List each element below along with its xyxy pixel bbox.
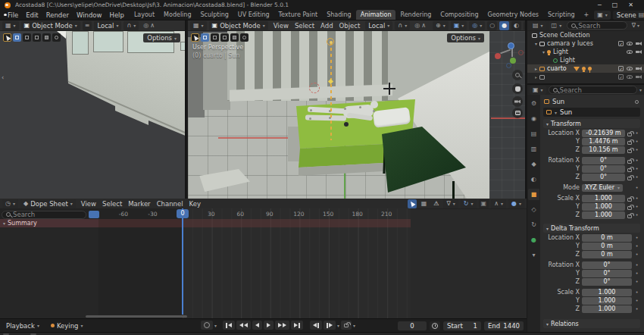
frame-range-toggle-button[interactable]	[89, 211, 99, 218]
value-field[interactable]: 0°	[582, 174, 625, 181]
outliner-row-clipped[interactable]: ✓	[527, 73, 644, 81]
animate-dot-icon[interactable]: •	[634, 204, 639, 210]
select-mode-subtract-button[interactable]	[33, 33, 41, 42]
tab-output[interactable]: ▤	[528, 128, 539, 139]
value-field[interactable]: 1.000	[582, 203, 625, 211]
value-field[interactable]: 10.156 m	[582, 146, 625, 154]
lock-icon[interactable]	[627, 206, 632, 210]
shading-material-button[interactable]: ◐	[511, 21, 521, 30]
use-preview-range-button[interactable]	[430, 321, 440, 330]
workspace-tab[interactable]: Scripting	[543, 10, 580, 20]
proportional-edit-button[interactable]: ◎∧	[412, 21, 428, 30]
expand-icon[interactable]	[535, 40, 537, 47]
lock-icon[interactable]	[627, 168, 632, 172]
animate-dot-icon[interactable]: •	[634, 235, 639, 241]
filter-button[interactable]: ∇▾	[630, 21, 642, 30]
orientation-dropdown[interactable]: Local	[94, 21, 121, 30]
select-mode-extend-button[interactable]	[23, 33, 31, 42]
dopesheet-menu-item[interactable]: Select	[99, 200, 125, 208]
gizmo-neg-x-axis[interactable]	[518, 50, 524, 55]
lock-icon[interactable]	[627, 149, 632, 153]
perspective-toggle-button[interactable]	[512, 108, 523, 118]
workspace-tab[interactable]: Shading	[322, 10, 356, 20]
gizmo-neg-z-axis[interactable]	[506, 63, 511, 68]
animate-dot-icon[interactable]: •	[634, 243, 639, 249]
viewport-menu-item[interactable]: Select	[292, 22, 317, 30]
value-field[interactable]: -0.21639 m	[582, 130, 625, 137]
playback-sync-button[interactable]	[341, 321, 352, 330]
close-button[interactable]: ✕	[628, 2, 633, 8]
transform-row[interactable]: Y 1.000 •	[542, 202, 642, 211]
viewport-menu-item[interactable]: Add	[317, 22, 336, 30]
transform-row[interactable]: Rotation X 0° •	[542, 156, 642, 164]
delta-row[interactable]: Y 1.000 •	[542, 296, 642, 305]
dopesheet-menu-item[interactable]: Marker	[125, 200, 153, 208]
editor-type-button[interactable]: ▦	[190, 21, 207, 30]
select-mode-intersect-button[interactable]	[52, 33, 61, 42]
snapping-dropdown[interactable]: ▣	[451, 21, 467, 30]
header-options-icon[interactable]: ▾	[639, 87, 642, 92]
gizmo-x-axis[interactable]	[495, 53, 501, 59]
animate-dot-icon[interactable]: •	[634, 130, 639, 136]
value-field[interactable]: 0°	[582, 261, 632, 269]
animate-dot-icon[interactable]: •	[634, 252, 639, 258]
outliner-row-camera-collection[interactable]: camara y luces ✓	[527, 39, 644, 48]
outliner-search-input[interactable]: Search	[567, 21, 627, 30]
animate-dot-icon[interactable]: •	[634, 271, 639, 277]
tab-view-layer[interactable]: ▥	[528, 143, 539, 155]
keying-menu[interactable]: Keying▾	[48, 321, 89, 330]
workspace-tab[interactable]: Sculpting	[195, 10, 233, 20]
snap-mode-dropdown[interactable]: ∧	[491, 199, 506, 208]
viewport-menu-item[interactable]: Object	[336, 22, 364, 30]
value-field[interactable]: 1.000	[582, 305, 632, 313]
viewport-left-canvas[interactable]: ‹ Options	[0, 31, 185, 199]
expand-icon[interactable]	[535, 65, 537, 72]
shading-wireframe-button[interactable]: ○	[487, 21, 497, 30]
delta-row[interactable]: Y 0° •	[542, 269, 642, 277]
tab-scene[interactable]: ◆	[528, 158, 539, 170]
maximize-button[interactable]: □	[612, 2, 618, 8]
tab-world[interactable]: ◐	[528, 174, 539, 185]
toolbar-collapse-arrow[interactable]: ‹	[2, 75, 4, 81]
dopesheet-menu-item[interactable]: Key	[186, 200, 204, 208]
disable-render-icon[interactable]	[636, 75, 642, 79]
camera-view-button[interactable]	[512, 96, 523, 107]
animate-dot-icon[interactable]: •	[634, 158, 639, 164]
value-field[interactable]: 1.000	[582, 195, 625, 202]
value-field[interactable]: 0°	[582, 278, 632, 286]
transform-row[interactable]: Z 1.000 •	[542, 211, 642, 219]
disable-render-icon[interactable]	[636, 50, 642, 54]
lock-icon[interactable]	[627, 177, 632, 180]
select-mode-intersect-button[interactable]	[240, 33, 249, 42]
editor-type-button[interactable]: ▦	[2, 21, 19, 30]
delta-row[interactable]: Z 1.000 •	[542, 305, 642, 313]
select-mode-invert-button[interactable]	[42, 33, 51, 42]
snap-magnet-button[interactable]: ∩	[123, 21, 139, 30]
workspace-tab[interactable]: UV Editing	[233, 10, 274, 20]
workspace-tab[interactable]: Modeling	[159, 10, 195, 20]
only-selected-button[interactable]	[408, 199, 417, 208]
app-menu-item[interactable]: Edit	[22, 11, 42, 20]
snap-button[interactable]: ▣	[479, 199, 489, 208]
properties-search-input[interactable]: Search	[549, 86, 637, 94]
checkbox-icon[interactable]: ✓	[618, 66, 624, 71]
start-frame-field[interactable]: Start1	[443, 321, 481, 330]
workspace-tab[interactable]: Rendering	[395, 10, 436, 20]
timeline-ruler[interactable]: -90-60-300306090120150180210	[80, 209, 402, 219]
animate-dot-icon[interactable]: •	[634, 212, 639, 218]
filter-dropdown[interactable]: ∇	[443, 199, 458, 208]
properties-editor[interactable]: ▣ Search ▾ ⚙ ◉ ▤ ▥ ◆ ◐ ■ ◇ ↻ ● ▾ Sun ▾ S…	[527, 85, 644, 332]
lock-icon[interactable]	[627, 160, 632, 164]
dopesheet-menu-item[interactable]: Channel	[154, 200, 186, 208]
workspace-tab[interactable]: Layout	[130, 10, 159, 20]
viewport-right-canvas[interactable]: User Perspective (0) cuarto | Sun Optio	[188, 31, 525, 199]
mode-dropdown[interactable]: ▣Object Mode	[209, 21, 268, 30]
playhead-line[interactable]	[182, 208, 183, 315]
transform-row[interactable]: Z 10.156 m •	[542, 146, 642, 154]
delta-row[interactable]: Z 0 m •	[542, 250, 642, 258]
scene-selector[interactable]: ▣	[594, 11, 611, 20]
expand-icon[interactable]	[3, 220, 5, 227]
panel-header-relations[interactable]: Relations	[543, 319, 640, 328]
tab-constraints[interactable]: ◇	[528, 204, 539, 215]
panel-header-transform[interactable]: Transform	[543, 119, 640, 128]
